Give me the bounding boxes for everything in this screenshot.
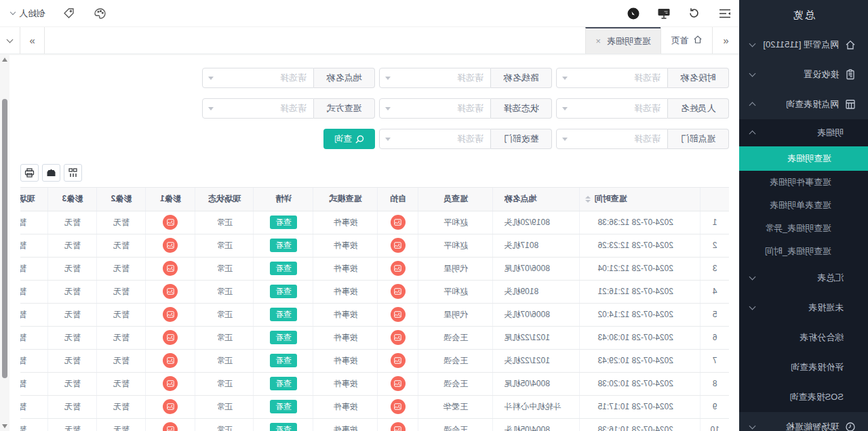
chevron-down-icon [7,36,14,43]
image-icon[interactable] [391,238,406,253]
top-header: 创始人 [0,0,739,27]
filter-select-input[interactable]: 请选择 [202,98,314,119]
image-icon[interactable] [163,376,178,391]
sidebar-item-report-query[interactable]: 网点报表查询 [739,89,868,119]
image-icon[interactable] [391,307,406,322]
filter-select-input[interactable]: 请选择 [556,68,668,88]
sidebar-item-comprehensive-analysis[interactable]: 综合分析表 [739,323,868,352]
tabs-scroll-right-button[interactable]: » [20,27,45,54]
image-icon[interactable] [163,399,178,414]
cell-detail: 查看 [254,372,313,395]
view-button[interactable]: 查看 [270,239,297,252]
sidebar-item-site-management[interactable]: 网点管理 [1151120] [739,30,868,60]
filter-select-input[interactable]: 请选择 [379,98,491,119]
filter-field: 路线名称 请选择 [379,68,552,88]
view-button[interactable]: 查看 [270,285,297,298]
image-icon[interactable] [391,399,406,414]
sidebar-item-patrol-form-detail[interactable]: 巡查表单明细表 [739,194,868,217]
tab-home[interactable]: 首页 [660,27,712,54]
select-placeholder: 请选择 [391,102,484,115]
sidebar: 总览 网点管理 [1151120] 接收设置 网点报表查询 明细表 [739,0,868,431]
fold-sidebar-icon[interactable] [717,6,732,21]
image-icon[interactable] [391,376,406,391]
image-icon[interactable] [391,215,406,230]
view-button[interactable]: 查看 [270,308,297,321]
cell-selfie [378,303,418,326]
sort-icon[interactable] [586,196,591,203]
vertical-scrollbar[interactable] [0,54,9,431]
cell-patrol-mode: 按事件 [313,372,378,395]
image-icon[interactable] [163,215,178,230]
palette-icon[interactable] [93,6,108,21]
col-patrol-time-sortable[interactable]: 巡查时间 [580,188,701,211]
sidebar-item-receive-settings[interactable]: 接收设置 [739,60,868,89]
sidebar-item-sos-report-query[interactable]: SOS报表查询 [739,382,868,412]
caret-down-icon [562,107,568,110]
view-button[interactable]: 查看 [270,400,297,413]
scroll-up-arrow-icon[interactable] [2,58,7,62]
cell-image3: 暂无 [48,234,97,257]
image-icon[interactable] [163,353,178,368]
columns-icon[interactable] [64,164,82,182]
col-location-name: 地点名称 [493,188,580,211]
cell-image3: 暂无 [48,303,97,326]
image-icon[interactable] [163,261,178,276]
view-button[interactable]: 查看 [270,331,297,344]
filter-select-input[interactable]: 请选择 [379,129,491,149]
sidebar-item-unpatrolled-reports[interactable]: 未巡报表 [739,293,868,323]
user-menu[interactable]: 创始人 [11,7,45,20]
sidebar-item-detail-tables[interactable]: 明细表 [739,119,868,146]
filter-select-input[interactable]: 请选择 [202,68,314,88]
cell-inspector: 代明星 [418,303,493,326]
cell-image1 [146,234,195,257]
sidebar-item-patrol-detail-abnormal[interactable]: 巡查明细表_异常 [739,217,868,240]
scroll-down-arrow-icon[interactable] [2,424,7,428]
close-icon[interactable]: × [595,36,601,46]
image-icon[interactable] [163,330,178,345]
cell-inspector: 赵和平 [418,280,493,303]
image-icon[interactable] [391,422,406,431]
view-button[interactable]: 查看 [270,262,297,275]
sidebar-item-summary-tables[interactable]: 汇总表 [739,263,868,293]
cell-image2: 暂无 [97,395,146,418]
view-button[interactable]: 查看 [270,216,297,229]
image-icon[interactable] [391,330,406,345]
tabs-menu-button[interactable] [0,27,20,54]
sidebar-item-patrol-event-detail[interactable]: 巡查事件明细表 [739,171,868,194]
tabs-scroll-left-button[interactable]: « [712,27,739,54]
tag-icon[interactable] [62,6,77,21]
sidebar-item-label: 综合分析表 [800,331,844,344]
image-icon[interactable] [391,284,406,299]
view-button[interactable]: 查看 [270,377,297,390]
search-button[interactable]: 查询 [323,129,375,149]
tab-patrol-detail[interactable]: 巡查明细表 × [585,27,660,54]
col-image2: 影像2 [97,188,146,211]
image-icon[interactable] [163,422,178,431]
moon-icon[interactable] [626,6,641,21]
filter-field: 巡点部门 请选择 [556,129,729,149]
sidebar-item-patrol-detail-active[interactable]: 巡查明细表 [739,146,868,171]
filter-select-input[interactable]: 请选择 [556,129,668,149]
image-icon[interactable] [391,353,406,368]
image-icon[interactable] [163,284,178,299]
view-button[interactable]: 查看 [270,423,297,431]
refresh-icon[interactable] [687,6,702,21]
filter-form: 时段名称 请选择 路线名称 请选择 [20,68,729,149]
image-icon[interactable] [391,261,406,276]
image-icon[interactable] [163,238,178,253]
image-icon[interactable] [163,307,178,322]
export-icon[interactable] [42,164,60,182]
scrollbar-thumb[interactable] [2,99,7,378]
sidebar-item-patrol-detail-time[interactable]: 巡查明细表_时间 [739,240,868,263]
filter-select-input[interactable]: 请选择 [556,98,668,119]
filter-select-input[interactable]: 请选择 [379,68,491,88]
sidebar-item-smart-onsite-patrol[interactable]: 现场智能巡检 [739,412,868,431]
table-row: 6 2024-07-28 10:30:43 1021/22机尾 王会强 按事件 [20,326,729,349]
view-button[interactable]: 查看 [270,354,297,367]
cell-selfie [378,211,418,234]
cell-detail: 查看 [254,280,313,303]
print-icon[interactable] [20,164,39,182]
screen-board-icon[interactable] [656,6,671,21]
filter-label: 地点名称 [314,68,375,88]
sidebar-item-evaluation-report-query[interactable]: 评价报表查询 [739,352,868,382]
